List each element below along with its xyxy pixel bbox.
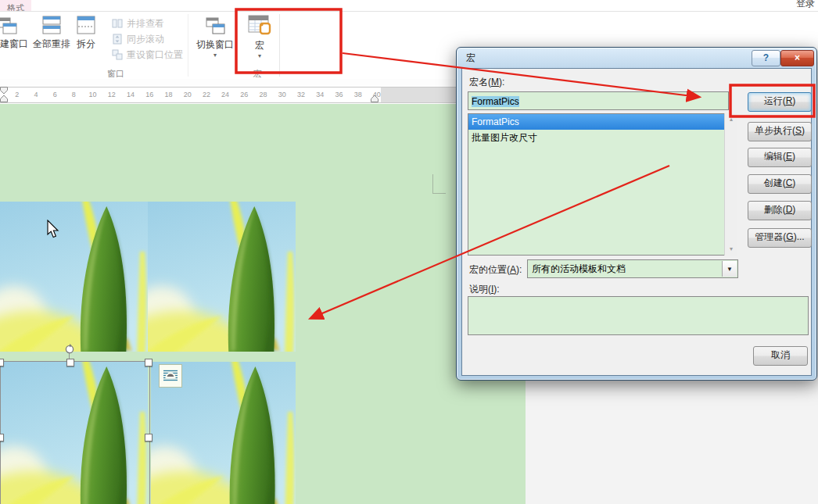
macro-action-button[interactable]: 创建(C) [748, 174, 812, 194]
image-selection-frame [0, 361, 150, 504]
list-scrollbar[interactable]: ▴ ▾ [724, 113, 737, 256]
macro-action-button[interactable]: 运行(R) [748, 92, 812, 112]
leaf-image-2[interactable] [148, 202, 296, 352]
synchronous-scrolling-icon [112, 34, 123, 45]
chevron-down-icon: ▾ [239, 53, 281, 59]
macro-location-label: 宏的位置(A): [469, 263, 522, 277]
scroll-down-icon[interactable]: ▾ [725, 245, 737, 253]
horizontal-ruler: 246810121416182022242628303234363840 [0, 87, 456, 103]
ruler-number: 4 [27, 88, 45, 102]
macro-icon [248, 13, 271, 37]
document-page[interactable] [0, 104, 526, 504]
tab-format[interactable]: 格式 [0, 0, 31, 11]
macros-button[interactable]: 宏 ▾ [239, 13, 281, 59]
ruler-number: 34 [310, 88, 329, 102]
ruler-number: 24 [216, 88, 235, 102]
combo-dropdown-icon[interactable]: ▼ [722, 261, 737, 277]
switch-windows-label: 切换窗口 [192, 38, 238, 52]
ruler-number: 10 [83, 88, 102, 102]
switch-windows-button[interactable]: 切换窗口 ▾ [192, 15, 238, 59]
macro-name-label: 宏名(M): [469, 76, 504, 89]
dialog-title: 宏 [466, 52, 475, 65]
reset-window-position-button[interactable]: 重设窗口位置 [112, 47, 183, 63]
cancel-button[interactable]: 取消 [753, 346, 808, 366]
description-label: 说明(I): [469, 283, 500, 296]
arrange-all-icon [41, 15, 62, 35]
page-corner-mark [432, 174, 446, 194]
macro-action-button[interactable]: 单步执行(S) [748, 122, 812, 141]
macro-location-select[interactable]: 所有的活动模板和文档 ▼ [527, 259, 738, 278]
ruler-margin-zone [381, 88, 456, 102]
ruler-number: 20 [178, 88, 197, 102]
right-indent-marker[interactable] [371, 94, 380, 103]
reset-window-position-icon [112, 49, 123, 60]
layout-options-button[interactable] [159, 364, 182, 388]
macro-group-label: 宏 [235, 68, 280, 80]
selection-handle-right[interactable] [145, 434, 152, 441]
synchronous-scrolling-label: 同步滚动 [127, 33, 164, 46]
ruler-number: 32 [292, 88, 310, 102]
macro-location-value: 所有的活动模板和文档 [532, 263, 626, 274]
ruler-number: 16 [140, 88, 159, 102]
dialog-client-area: 宏名(M): FormatPics FormatPics批量图片改尺寸 ▴ ▾ … [461, 68, 812, 376]
split-button[interactable]: 拆分 [74, 15, 99, 51]
layout-options-icon [163, 370, 178, 382]
help-button[interactable]: ? [752, 50, 780, 66]
macro-action-button[interactable]: 编辑(E) [748, 148, 812, 167]
rotation-handle[interactable] [64, 343, 75, 354]
synchronous-scrolling-button[interactable]: 同步滚动 [112, 31, 183, 47]
split-label: 拆分 [74, 38, 99, 51]
arrange-all-label: 全部重排 [31, 38, 72, 51]
window-group-label: 窗口 [0, 68, 231, 80]
ribbon-separator [188, 14, 188, 77]
word-window: 格式 登录 建窗口 全部重排 [0, 0, 818, 504]
chevron-down-icon: ▾ [192, 52, 238, 59]
split-icon [76, 15, 96, 35]
ruler-number: 28 [253, 88, 272, 102]
ruler-number: 14 [121, 88, 140, 102]
macro-action-button[interactable]: 管理器(G)... [748, 228, 812, 248]
ruler-numbers: 246810121416182022242628303234363840 [0, 88, 386, 102]
new-window-button[interactable]: 建窗口 [0, 15, 28, 51]
first-line-indent-marker[interactable] [0, 86, 9, 103]
view-side-by-side-icon [112, 18, 123, 29]
window-small-buttons: 并排查看 同步滚动 重设窗口位置 [112, 16, 183, 63]
macro-dialog: 宏 ? × 宏名(M): FormatPics FormatPics批量图片改尺… [456, 47, 817, 381]
scroll-up-icon[interactable]: ▴ [725, 116, 737, 123]
tab-row: 格式 登录 [0, 0, 818, 12]
selection-handle-top-left[interactable] [0, 359, 4, 366]
close-button[interactable]: × [780, 50, 814, 66]
signin-label[interactable]: 登录 [796, 0, 815, 10]
ruler-number: 26 [235, 88, 253, 102]
macros-label: 宏 [239, 39, 281, 52]
selection-handle-top-center[interactable] [66, 359, 74, 366]
ruler-number: 36 [329, 88, 348, 102]
selected-text: FormatPics [472, 96, 519, 107]
ruler-number: 30 [273, 88, 292, 102]
ruler-number: 18 [159, 88, 178, 102]
leaf-image-1[interactable] [0, 202, 148, 352]
macro-list-item[interactable]: FormatPics [468, 114, 736, 130]
arrange-all-button[interactable]: 全部重排 [31, 15, 72, 51]
description-box[interactable] [468, 296, 809, 335]
ruler-number: 22 [197, 88, 216, 102]
macro-list[interactable]: FormatPics批量图片改尺寸 [468, 113, 737, 256]
selection-handle-top-right[interactable] [145, 359, 152, 366]
reset-window-position-label: 重设窗口位置 [127, 48, 183, 62]
macro-list-item[interactable]: 批量图片改尺寸 [468, 130, 736, 145]
macro-name-input[interactable]: FormatPics [468, 91, 729, 110]
ruler-number: 8 [64, 88, 83, 102]
ruler-number: 6 [45, 88, 64, 102]
ruler-number: 12 [102, 88, 121, 102]
ruler-number: 38 [349, 88, 368, 102]
selection-handle-left[interactable] [0, 434, 4, 441]
view-side-by-side-button[interactable]: 并排查看 [112, 16, 183, 31]
new-window-label: 建窗口 [0, 38, 28, 51]
new-window-icon [0, 15, 17, 35]
view-side-by-side-label: 并排查看 [127, 17, 164, 30]
macro-action-button[interactable]: 删除(D) [748, 201, 812, 220]
ruler-number: 2 [8, 88, 27, 102]
switch-windows-icon [205, 15, 226, 36]
